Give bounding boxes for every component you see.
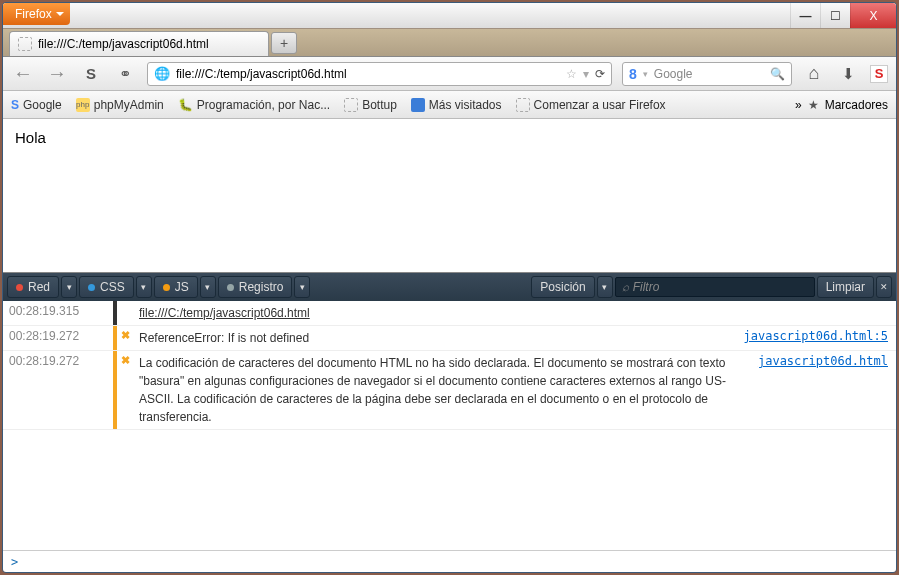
bookmark-comenzar[interactable]: Comenzar a usar Firefox	[516, 98, 666, 112]
timestamp: 00:28:19.272	[3, 326, 113, 346]
firefox-menu-button[interactable]: Firefox	[3, 3, 70, 25]
close-button[interactable]: X	[850, 3, 896, 28]
addon-s-icon[interactable]: S	[870, 65, 888, 83]
filter-js[interactable]: JS	[154, 276, 198, 298]
devtools-panel: Red ▾ CSS ▾ JS ▾ Registro ▾ Posición ▾ ⌕…	[3, 272, 896, 572]
position-drop[interactable]: ▾	[597, 276, 613, 298]
downloads-button[interactable]: ⬇	[836, 62, 860, 86]
console-text: ReferenceError: If is not defined	[133, 326, 736, 350]
search-bar[interactable]: 8 ▾ Google 🔍	[622, 62, 792, 86]
close-devtools[interactable]: ✕	[876, 276, 892, 298]
sync-icon[interactable]: S	[79, 62, 103, 86]
new-tab-button[interactable]: +	[271, 32, 297, 54]
filter-red-drop[interactable]: ▾	[61, 276, 77, 298]
bookmarks-overflow[interactable]: »	[795, 98, 802, 112]
console-row: 00:28:19.272 ✖ La codificación de caract…	[3, 351, 896, 430]
bookmarks-toolbar: SGoogle phpphpMyAdmin 🐛Programación, por…	[3, 91, 896, 119]
search-icon: ⌕	[622, 280, 629, 294]
devtools-toolbar: Red ▾ CSS ▾ JS ▾ Registro ▾ Posición ▾ ⌕…	[3, 273, 896, 301]
bookmark-mas-visitados[interactable]: Más visitados	[411, 98, 502, 112]
bug-icon: 🐛	[178, 98, 193, 112]
url-input[interactable]	[176, 67, 560, 81]
search-placeholder: Google	[654, 67, 693, 81]
globe-icon: 🌐	[154, 66, 170, 81]
tab-active[interactable]: file:///C:/temp/javascript06d.html	[9, 31, 269, 56]
bookmark-programacion[interactable]: 🐛Programación, por Nac...	[178, 98, 330, 112]
blue-icon	[411, 98, 425, 112]
minimize-button[interactable]: —	[790, 3, 820, 28]
addon-icon[interactable]: ⚭	[113, 62, 137, 86]
console-messages: 00:28:19.315 file:///C:/temp/javascript0…	[3, 301, 896, 550]
bookmark-google[interactable]: SGoogle	[11, 98, 62, 112]
filter-css[interactable]: CSS	[79, 276, 134, 298]
generic-icon	[516, 98, 530, 112]
warn-icon: ✖	[117, 351, 133, 370]
timestamp: 00:28:19.272	[3, 351, 113, 371]
page-icon	[18, 37, 32, 51]
console-link[interactable]: file:///C:/temp/javascript06d.html	[139, 306, 310, 320]
source-link[interactable]: javascript06d.html:5	[744, 329, 889, 343]
filter-red[interactable]: Red	[7, 276, 59, 298]
filter-js-drop[interactable]: ▾	[200, 276, 216, 298]
page-content: Hola	[3, 119, 896, 272]
filter-css-drop[interactable]: ▾	[136, 276, 152, 298]
tab-title: file:///C:/temp/javascript06d.html	[38, 37, 209, 51]
console-row: 00:28:19.272 ✖ ReferenceError: If is not…	[3, 326, 896, 351]
tab-strip: file:///C:/temp/javascript06d.html +	[3, 29, 896, 57]
bookmark-phpmyadmin[interactable]: phpphpMyAdmin	[76, 98, 164, 112]
warn-icon: ✖	[117, 326, 133, 345]
pma-icon: php	[76, 98, 90, 112]
position-button[interactable]: Posición	[531, 276, 594, 298]
titlebar: Firefox — ☐ X	[3, 3, 896, 29]
console-text: La codificación de caracteres del docume…	[133, 351, 750, 429]
star-icon: ★	[808, 98, 819, 112]
bookmarks-folder[interactable]: Marcadores	[825, 98, 888, 112]
bookmark-star-icon[interactable]: ☆	[566, 67, 577, 81]
window-controls: — ☐ X	[790, 3, 896, 28]
filter-log-drop[interactable]: ▾	[294, 276, 310, 298]
forward-button[interactable]: →	[45, 62, 69, 86]
console-input[interactable]: >	[3, 550, 896, 572]
reload-button[interactable]: ⟳	[595, 67, 605, 81]
url-bar[interactable]: 🌐 ☆ ▾ ⟳	[147, 62, 612, 86]
maximize-button[interactable]: ☐	[820, 3, 850, 28]
console-row: 00:28:19.315 file:///C:/temp/javascript0…	[3, 301, 896, 326]
timestamp: 00:28:19.315	[3, 301, 113, 321]
generic-icon	[344, 98, 358, 112]
source-link[interactable]: javascript06d.html	[758, 354, 888, 368]
google-icon: 8	[629, 66, 637, 82]
clear-button[interactable]: Limpiar	[817, 276, 874, 298]
search-icon[interactable]: 🔍	[770, 67, 785, 81]
page-text: Hola	[15, 129, 46, 146]
filter-input[interactable]: ⌕Filtro	[615, 277, 815, 297]
back-button[interactable]: ←	[11, 62, 35, 86]
nav-toolbar: ← → S ⚭ 🌐 ☆ ▾ ⟳ 8 ▾ Google 🔍 ⌂ ⬇ S	[3, 57, 896, 91]
bookmark-bottup[interactable]: Bottup	[344, 98, 397, 112]
filter-log[interactable]: Registro	[218, 276, 293, 298]
home-button[interactable]: ⌂	[802, 62, 826, 86]
browser-window: Firefox — ☐ X file:///C:/temp/javascript…	[2, 2, 897, 573]
